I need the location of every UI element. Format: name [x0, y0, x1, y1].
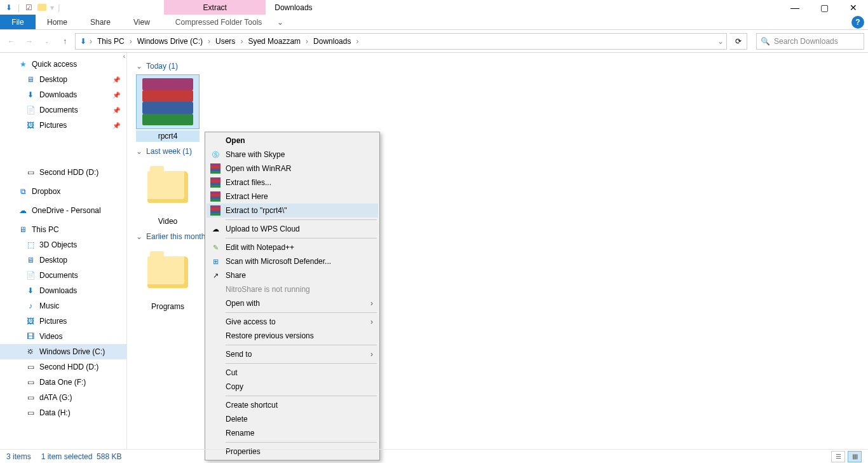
- forward-button[interactable]: →: [22, 34, 37, 49]
- group-today-header[interactable]: ⌄Today (1): [136, 62, 859, 71]
- menu-give-access[interactable]: Give access to›: [207, 315, 378, 329]
- ribbon-context-tab-extract[interactable]: Extract: [164, 0, 266, 15]
- drive-icon: ⛭: [25, 347, 36, 357]
- down-arrow-icon[interactable]: ⬇: [4, 3, 14, 13]
- view-tab[interactable]: View: [122, 15, 161, 29]
- winrar-icon: [210, 191, 220, 202]
- menu-extract-files[interactable]: Extract files...: [207, 176, 378, 190]
- file-item-rpcrt4[interactable]: rpcrt4: [136, 74, 200, 142]
- menu-scan-defender[interactable]: ⊞Scan with Microsoft Defender...: [207, 254, 378, 268]
- menu-rename[interactable]: Rename: [207, 426, 378, 440]
- crumb-user[interactable]: Syed Moazzam: [244, 37, 304, 46]
- menu-edit-notepad[interactable]: ✎Edit with Notepad++: [207, 240, 378, 254]
- sidebar-label: Second HDD (D:): [39, 168, 98, 177]
- sidebar-videos[interactable]: 🎞Videos: [0, 329, 126, 344]
- sidebar-c-drive[interactable]: ⛭Windows Drive (C:): [0, 344, 126, 359]
- compressed-folder-tools-tab[interactable]: Compressed Folder Tools: [164, 15, 274, 29]
- minimize-button[interactable]: —: [780, 0, 810, 15]
- share-tab[interactable]: Share: [79, 15, 122, 29]
- sidebar-dropbox[interactable]: ⧉Dropbox: [0, 184, 126, 199]
- up-button[interactable]: ↑: [57, 34, 72, 49]
- checkbox-icon[interactable]: ☑: [24, 3, 34, 13]
- sidebar-3d-objects[interactable]: ⬚3D Objects: [0, 237, 126, 252]
- crumb-this-pc[interactable]: This PC: [93, 37, 128, 46]
- sidebar-desktop[interactable]: 🖥Desktop: [0, 252, 126, 268]
- menu-create-shortcut[interactable]: Create shortcut: [207, 398, 378, 412]
- sidebar-downloads[interactable]: ⬇Downloads: [0, 283, 126, 298]
- sidebar-second-hdd[interactable]: ▭Second HDD (D:): [0, 165, 126, 180]
- sidebar-qa-desktop[interactable]: 🖥Desktop📌: [0, 72, 126, 87]
- menu-cut[interactable]: Cut: [207, 366, 378, 380]
- address-bar[interactable]: ⬇ › This PC› Windows Drive (C:)› Users› …: [75, 33, 727, 50]
- sidebar-qa-documents[interactable]: 📄Documents📌: [0, 102, 126, 118]
- menu-extract-here[interactable]: Extract Here: [207, 190, 378, 204]
- menu-share-skype[interactable]: ⓈShare with Skype: [207, 148, 378, 162]
- menu-extract-to[interactable]: Extract to "rpcrt4\": [207, 204, 378, 218]
- details-view-button[interactable]: ☰: [831, 451, 845, 462]
- menu-open-winrar[interactable]: Open with WinRAR: [207, 162, 378, 176]
- menu-delete[interactable]: Delete: [207, 412, 378, 426]
- menu-restore-previous[interactable]: Restore previous versions: [207, 329, 378, 343]
- crumb-c-drive[interactable]: Windows Drive (C:): [133, 37, 207, 46]
- maximize-button[interactable]: ▢: [810, 0, 839, 15]
- sidebar-label: Second HDD (D:): [39, 363, 98, 371]
- large-icons-view-button[interactable]: ▦: [848, 451, 862, 462]
- sidebar-g-drive[interactable]: ▭dATA (G:): [0, 390, 126, 405]
- help-icon[interactable]: ?: [851, 16, 864, 29]
- drive-icon: ▭: [25, 167, 36, 177]
- address-history-dropdown-icon[interactable]: ⌄: [717, 37, 724, 46]
- sidebar-qa-pictures[interactable]: 🖼Pictures📌: [0, 118, 126, 133]
- sidebar-label: Documents: [39, 271, 78, 280]
- sidebar-qa-downloads[interactable]: ⬇Downloads📌: [0, 87, 126, 102]
- search-box[interactable]: 🔍 Search Downloads: [756, 33, 864, 50]
- pc-icon: 🖥: [18, 225, 28, 235]
- chevron-down-icon: ⌄: [136, 62, 142, 71]
- file-label: rpcrt4: [136, 130, 200, 142]
- file-item-video[interactable]: Video: [136, 160, 200, 227]
- file-tab[interactable]: File: [0, 15, 36, 29]
- pin-icon: 📌: [112, 107, 120, 114]
- menu-copy[interactable]: Copy: [207, 380, 378, 394]
- sidebar-h-drive[interactable]: ▭Data (H:): [0, 405, 126, 420]
- sidebar-label: 3D Objects: [39, 240, 77, 249]
- sidebar-onedrive[interactable]: ☁OneDrive - Personal: [0, 203, 126, 218]
- menu-upload-wps[interactable]: ☁Upload to WPS Cloud: [207, 222, 378, 236]
- menu-open-with[interactable]: Open with›: [207, 296, 378, 310]
- back-button[interactable]: ←: [4, 34, 19, 49]
- sidebar-this-pc[interactable]: 🖥This PC: [0, 222, 126, 237]
- group-label: Today (1): [146, 62, 178, 71]
- sidebar-label: Dropbox: [32, 187, 60, 196]
- sidebar-label: OneDrive - Personal: [32, 206, 101, 215]
- desktop-icon: 🖥: [25, 74, 36, 85]
- close-button[interactable]: ✕: [839, 0, 868, 15]
- sidebar-label: Data (H:): [39, 408, 71, 417]
- menu-label: Open with WinRAR: [226, 164, 291, 173]
- submenu-arrow-icon: ›: [370, 299, 373, 308]
- sidebar-pictures[interactable]: 🖼Pictures: [0, 314, 126, 329]
- sidebar-quick-access[interactable]: ★Quick access: [0, 57, 126, 72]
- videos-icon: 🎞: [25, 331, 36, 342]
- menu-open[interactable]: Open: [207, 134, 378, 148]
- sidebar-documents[interactable]: 📄Documents: [0, 268, 126, 283]
- sidebar-d-drive[interactable]: ▭Second HDD (D:): [0, 359, 126, 375]
- ribbon-collapse-chevron-icon[interactable]: ⌄: [273, 15, 287, 29]
- home-tab[interactable]: Home: [36, 15, 79, 29]
- recent-dropdown[interactable]: ⌄: [39, 34, 55, 49]
- menu-send-to[interactable]: Send to›: [207, 347, 378, 361]
- file-item-programs[interactable]: Programs: [136, 245, 200, 312]
- menu-share[interactable]: ↗Share: [207, 268, 378, 282]
- refresh-button[interactable]: ⟳: [729, 33, 747, 50]
- sidebar-f-drive[interactable]: ▭Data One (F:): [0, 375, 126, 390]
- sidebar-music[interactable]: ♪Music: [0, 298, 126, 314]
- sidebar-label: Pictures: [39, 121, 67, 130]
- skype-icon: Ⓢ: [210, 149, 220, 160]
- submenu-arrow-icon: ›: [370, 350, 373, 359]
- menu-label: Send to: [226, 350, 252, 359]
- crumb-downloads[interactable]: Downloads: [309, 37, 355, 46]
- chevron-down-icon: ⌄: [136, 232, 142, 241]
- crumb-users[interactable]: Users: [212, 37, 239, 46]
- folder-icon: [147, 171, 188, 203]
- status-selection: 1 item selected 588 KB: [41, 452, 122, 461]
- sidebar-label: Data One (F:): [39, 378, 86, 387]
- menu-label: Extract to "rpcrt4\": [226, 206, 287, 215]
